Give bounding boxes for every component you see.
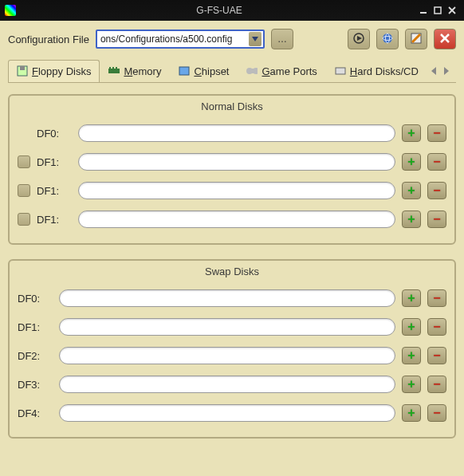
swap-disk-row: DF2: + − <box>18 341 446 370</box>
normal-disk-row: DF1: + − <box>18 176 446 205</box>
svg-point-7 <box>383 33 392 43</box>
svg-rect-15 <box>20 66 25 70</box>
add-disk-button[interactable]: + <box>402 153 421 171</box>
run-button[interactable] <box>348 29 370 49</box>
plus-icon: + <box>407 406 415 420</box>
add-disk-button[interactable]: + <box>402 289 421 307</box>
swap-disk-row: DF4: + − <box>18 399 446 427</box>
add-disk-button[interactable]: + <box>402 376 421 393</box>
df-label: DF1: <box>37 156 72 168</box>
play-icon <box>353 33 364 46</box>
add-disk-button[interactable]: + <box>402 347 421 364</box>
remove-disk-button[interactable]: − <box>427 318 446 336</box>
tab-scroll-left[interactable] <box>427 61 440 81</box>
tab-scroll-right[interactable] <box>440 61 453 81</box>
df0-normal-input[interactable] <box>78 124 395 142</box>
memory-icon <box>108 65 120 77</box>
df-enable-checkbox[interactable] <box>18 213 30 226</box>
delete-config-button[interactable] <box>434 29 456 49</box>
titlebar: G-FS-UAE <box>0 0 464 21</box>
swap-disk-row: DF3: + − <box>18 370 446 399</box>
normal-disks-title: Normal Disks <box>18 100 446 112</box>
gamepad-icon <box>246 65 258 77</box>
window: G-FS-UAE Configuration File ons/Configur… <box>0 0 464 476</box>
add-disk-button[interactable]: + <box>402 124 421 142</box>
normal-disk-row: DF1: + − <box>18 205 446 234</box>
swap-disks-title: Swap Disks <box>18 266 446 277</box>
minus-icon: − <box>433 212 440 226</box>
add-disk-button[interactable]: + <box>402 210 421 228</box>
minus-icon: − <box>433 406 440 420</box>
minus-icon: − <box>433 126 440 140</box>
normal-disks-panel: Normal Disks DF0: + − DF1: + − DF1: + <box>8 94 456 245</box>
remove-disk-button[interactable]: − <box>427 404 446 422</box>
svg-marker-26 <box>444 67 449 75</box>
svg-marker-4 <box>252 37 258 41</box>
chevron-down-icon <box>249 32 261 46</box>
df3-swap-input[interactable] <box>59 376 395 393</box>
df-label: DF1: <box>37 185 72 197</box>
df4-swap-input[interactable] <box>59 404 395 422</box>
df-label: DF0: <box>37 128 72 140</box>
remove-disk-button[interactable]: − <box>427 153 446 171</box>
svg-line-2 <box>449 7 455 14</box>
tab-floppy-disks[interactable]: Floppy Disks <box>8 60 100 82</box>
df-label: DF0: <box>18 293 53 305</box>
df1b-normal-input[interactable] <box>78 182 395 199</box>
df-label: DF1: <box>37 214 72 226</box>
maximize-button[interactable] <box>431 4 445 17</box>
tab-game-ports[interactable]: Game Ports <box>238 60 325 82</box>
remove-disk-button[interactable]: − <box>427 124 446 142</box>
df-label: DF4: <box>18 407 53 419</box>
svg-rect-16 <box>108 69 120 73</box>
web-button[interactable] <box>376 29 399 49</box>
remove-disk-button[interactable]: − <box>427 289 446 307</box>
close-button[interactable] <box>445 4 459 17</box>
tab-label-ul: F <box>32 65 38 77</box>
svg-rect-19 <box>116 67 117 69</box>
minus-icon: − <box>433 291 440 305</box>
minus-icon: − <box>433 348 440 363</box>
remove-disk-button[interactable]: − <box>427 376 446 393</box>
df-enable-checkbox[interactable] <box>18 184 30 197</box>
svg-marker-25 <box>431 67 436 75</box>
window-title: G-FS-UAE <box>22 5 416 16</box>
tab-hard-disks[interactable]: Hard Disks/CD <box>326 60 427 82</box>
df-enable-checkbox[interactable] <box>18 155 30 168</box>
tab-label-rest: loppy Disks <box>38 65 91 77</box>
add-disk-button[interactable]: + <box>402 404 421 422</box>
df-label: DF2: <box>18 350 53 362</box>
remove-disk-button[interactable]: − <box>427 210 446 228</box>
remove-disk-button[interactable]: − <box>427 182 446 199</box>
browse-button[interactable]: … <box>271 29 293 49</box>
df1-swap-input[interactable] <box>59 318 395 336</box>
minimize-button[interactable] <box>416 4 431 17</box>
minus-icon: − <box>433 320 440 334</box>
edit-button[interactable] <box>405 29 427 49</box>
tab-chipset[interactable]: Chipset <box>170 60 238 82</box>
add-disk-button[interactable]: + <box>402 318 421 336</box>
df0-swap-input[interactable] <box>59 289 395 307</box>
config-file-combo[interactable]: ons/Configurations/a500.config <box>96 30 265 49</box>
add-disk-button[interactable]: + <box>402 182 421 199</box>
plus-icon: + <box>407 320 415 334</box>
minus-icon: − <box>433 183 440 198</box>
df2-swap-input[interactable] <box>59 347 395 364</box>
plus-icon: + <box>407 183 415 198</box>
tab-bar: Floppy Disks Memory Chipset Game Ports <box>8 59 456 83</box>
close-icon <box>440 33 450 45</box>
minus-icon: − <box>433 155 440 169</box>
swap-disk-row: DF0: + − <box>18 284 446 313</box>
swap-disks-panel: Swap Disks DF0: + − DF1: + − DF2: + − DF… <box>8 259 456 439</box>
tab-memory[interactable]: Memory <box>100 60 170 82</box>
plus-icon: + <box>407 126 415 140</box>
svg-rect-23 <box>250 69 256 73</box>
floppy-icon <box>17 65 28 77</box>
svg-line-3 <box>449 7 455 14</box>
remove-disk-button[interactable]: − <box>427 347 446 364</box>
plus-icon: + <box>407 348 415 363</box>
svg-rect-18 <box>112 67 114 69</box>
svg-rect-17 <box>109 67 111 69</box>
df1-normal-input[interactable] <box>78 153 395 171</box>
df1c-normal-input[interactable] <box>78 210 395 228</box>
